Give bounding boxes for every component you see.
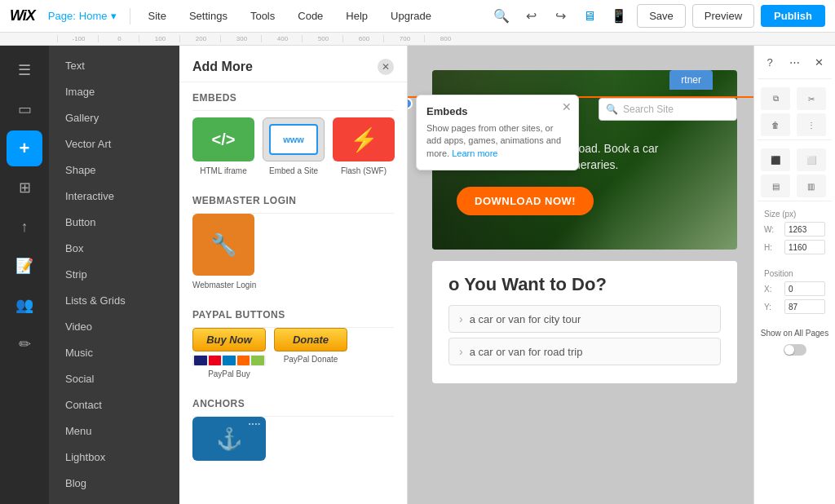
ruler-mark: 700: [383, 35, 424, 42]
webmaster-icon[interactable]: 🔧: [192, 214, 254, 276]
right-align-right-icon[interactable]: ⬜: [797, 148, 826, 171]
add-panel-button[interactable]: Button: [52, 210, 176, 235]
road-trip-option[interactable]: › a car or van for road trip: [448, 338, 721, 365]
right-cut-icon[interactable]: ✂: [797, 87, 826, 110]
height-label: H:: [764, 243, 772, 252]
undo-icon[interactable]: ↩: [519, 5, 542, 28]
desktop-icon[interactable]: 🖥: [578, 5, 601, 28]
sidebar-pen-icon[interactable]: ✏: [7, 326, 42, 362]
flash-item[interactable]: ⚡ Flash (SWF): [333, 117, 395, 175]
right-align-left-icon[interactable]: ⬛: [761, 148, 790, 171]
show-all-pages-toggle[interactable]: [784, 344, 806, 356]
add-panel-social[interactable]: Social: [52, 366, 176, 391]
width-input[interactable]: [784, 222, 825, 237]
save-button[interactable]: Save: [637, 4, 686, 28]
nav-tools[interactable]: Tools: [245, 10, 280, 22]
city-tour-option[interactable]: › a car or van for city tour: [448, 305, 721, 333]
partner-tab[interactable]: rtner: [669, 70, 713, 90]
paypal-buy-label: PayPal Buy: [208, 369, 250, 378]
embeds-tooltip: ✕ Embeds Show pages from other sites, or…: [416, 95, 579, 170]
main-area: ☰ ▭ + ⊞ ↑ 📝 👥 ✏ Text Image Gallery Vecto…: [0, 46, 835, 504]
nav-help[interactable]: Help: [341, 10, 373, 22]
tour-option-icon: ›: [459, 312, 463, 325]
html-iframe-label: HTML iframe: [200, 166, 246, 175]
height-row: H:: [764, 240, 825, 254]
right-copy-icon[interactable]: ⧉: [761, 87, 790, 110]
page-name[interactable]: Home: [79, 10, 108, 22]
add-panel-interactive[interactable]: Interactive: [52, 183, 176, 209]
nav-site[interactable]: Site: [144, 10, 171, 22]
tooltip-title: Embeds: [426, 105, 568, 117]
sidebar-upload-icon[interactable]: ↑: [7, 209, 42, 245]
sidebar-members-icon[interactable]: 👥: [7, 287, 42, 323]
add-panel-text[interactable]: Text: [52, 53, 176, 78]
right-help-icon[interactable]: ?: [760, 52, 780, 72]
tooltip-learn-more-link[interactable]: Learn more: [452, 148, 497, 158]
add-panel-shape[interactable]: Shape: [52, 157, 176, 183]
add-panel-store[interactable]: Store: [52, 497, 176, 504]
add-panel-strip[interactable]: Strip: [52, 262, 176, 287]
add-panel-menu[interactable]: Menu: [52, 418, 176, 444]
add-panel-music[interactable]: Music: [52, 340, 176, 365]
chevron-down-icon[interactable]: ▾: [111, 10, 117, 22]
right-delete-icon[interactable]: 🗑: [761, 113, 790, 136]
paypal-section: Buy Now PayPal Buy Donate PayPal Donate: [179, 328, 407, 388]
publish-button[interactable]: Publish: [761, 5, 825, 27]
add-panel-lists-grids[interactable]: Lists & Grids: [52, 288, 176, 313]
page-selector[interactable]: Page: Home ▾: [48, 10, 117, 22]
add-panel-lightbox[interactable]: Lightbox: [52, 444, 176, 470]
right-more-icon[interactable]: ⋮: [797, 113, 826, 136]
canvas-search-placeholder: Search Site: [623, 104, 674, 115]
ruler-mark: 100: [139, 35, 179, 42]
ruler-mark: 500: [302, 35, 342, 42]
anchor-icon[interactable]: •••• ⚓: [192, 417, 266, 461]
city-tour-text: a car or van for city tour: [470, 313, 581, 325]
nav-code[interactable]: Code: [293, 10, 328, 22]
html-iframe-icon: </>: [192, 117, 254, 161]
sidebar-apps-icon[interactable]: ⊞: [7, 170, 42, 206]
ruler-mark: 400: [261, 35, 302, 42]
add-more-close-button[interactable]: ✕: [378, 59, 394, 75]
topbar-right: 🔍 ↩ ↪ 🖥 📱 Save Preview Publish: [490, 4, 825, 28]
preview-button[interactable]: Preview: [692, 4, 754, 28]
add-panel-box[interactable]: Box: [52, 236, 176, 261]
nav-upgrade[interactable]: Upgrade: [386, 10, 436, 22]
position-label: Position: [764, 269, 825, 278]
add-panel-video[interactable]: Video: [52, 314, 176, 339]
paypal-donate-button[interactable]: Donate: [274, 328, 347, 351]
redo-icon[interactable]: ↪: [549, 5, 572, 28]
topbar: WiX Page: Home ▾ Site Settings Tools Cod…: [0, 0, 835, 33]
mobile-icon[interactable]: 📱: [607, 5, 630, 28]
add-panel-image[interactable]: Image: [52, 79, 176, 104]
paypal-buy-button[interactable]: Buy Now: [192, 328, 266, 351]
y-input[interactable]: [784, 299, 825, 314]
embed-site-icon: www: [263, 117, 325, 161]
www-text: www: [269, 124, 318, 155]
nav-settings[interactable]: Settings: [184, 10, 232, 22]
right-align-grid: ⬛ ⬜ ▤ ▥: [758, 145, 832, 201]
hero-cta-button[interactable]: DOWNLOAD NOW!: [457, 187, 594, 215]
search-icon[interactable]: 🔍: [490, 5, 513, 28]
add-panel-contact[interactable]: Contact: [52, 392, 176, 418]
add-panel-blog[interactable]: Blog: [52, 471, 176, 496]
right-grid-icon[interactable]: ⋯: [784, 52, 804, 72]
right-close-icon[interactable]: ✕: [810, 52, 829, 72]
width-row: W:: [764, 222, 825, 237]
tooltip-close-button[interactable]: ✕: [562, 100, 572, 113]
sidebar-pages-icon[interactable]: ☰: [7, 52, 42, 88]
height-input[interactable]: [784, 240, 825, 254]
x-input[interactable]: [784, 281, 825, 296]
sidebar-add-icon[interactable]: +: [7, 130, 42, 166]
add-panel-vector-art[interactable]: Vector Art: [52, 131, 176, 157]
canvas-nav-tabs: rtner: [669, 70, 713, 90]
canvas-search-icon: 🔍: [606, 104, 618, 115]
right-distribute-v-icon[interactable]: ▥: [797, 175, 826, 197]
html-iframe-item[interactable]: </> HTML iframe: [192, 117, 254, 175]
sidebar-elements-icon[interactable]: ▭: [7, 91, 42, 127]
add-panel-gallery[interactable]: Gallery: [52, 105, 176, 130]
embed-site-item[interactable]: www Embed a Site: [263, 117, 325, 175]
sidebar-blog-icon[interactable]: 📝: [7, 248, 42, 284]
right-distribute-h-icon[interactable]: ▤: [761, 175, 790, 197]
canvas-search[interactable]: 🔍 Search Site: [599, 98, 737, 121]
road-trip-text: a car or van for road trip: [470, 346, 583, 358]
